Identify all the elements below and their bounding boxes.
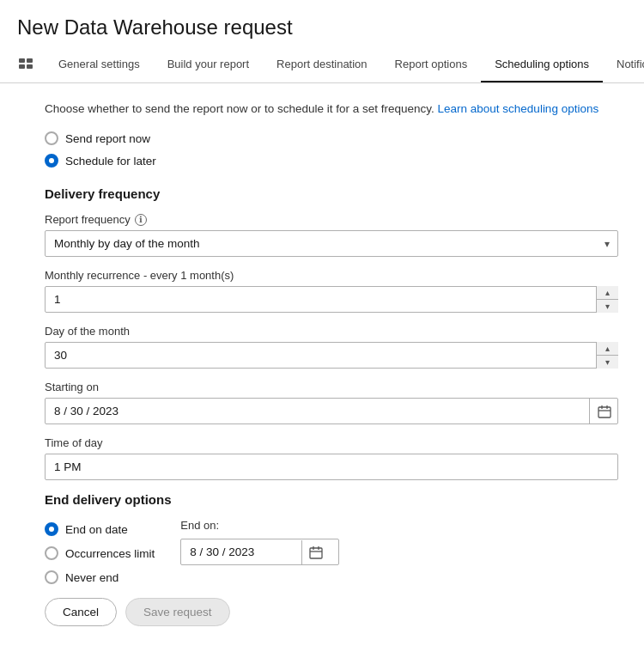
tab-notification-email[interactable]: Notification email (603, 48, 644, 82)
end-calendar-icon (309, 545, 323, 559)
never-end-label: Never end (65, 571, 118, 584)
monthly-recurrence-down-btn[interactable]: ▾ (597, 300, 618, 313)
end-on-date-label: End on date (65, 523, 128, 536)
monthly-recurrence-spinner: 1 ▴ ▾ (45, 286, 618, 313)
starting-on-calendar-btn[interactable] (589, 398, 618, 424)
svg-rect-3 (27, 64, 33, 69)
occurrences-limit-radio[interactable]: Occurrences limit (45, 546, 155, 560)
tab-report-options[interactable]: Report options (381, 48, 482, 82)
send-now-label: Send report now (65, 132, 150, 145)
day-of-month-input[interactable]: 30 (45, 342, 618, 369)
tab-scheduling-options[interactable]: Scheduling options (481, 48, 603, 82)
schedule-later-label: Schedule for later (65, 155, 156, 168)
time-of-day-input[interactable] (45, 454, 618, 480)
tab-build-report[interactable]: Build your report (154, 48, 263, 82)
report-frequency-field: Report frequency ℹ Monthly by day of the… (45, 213, 618, 257)
monthly-recurrence-field: Monthly recurrence - every 1 month(s) 1 … (45, 269, 618, 313)
starting-on-input[interactable] (45, 398, 618, 424)
never-end-circle (45, 570, 58, 584)
time-of-day-field: Time of day (45, 436, 618, 480)
svg-rect-8 (310, 548, 322, 558)
report-frequency-label: Report frequency ℹ (45, 213, 618, 226)
starting-on-field: Starting on (45, 381, 618, 424)
day-of-month-field: Day of the month 30 ▴ ▾ (45, 325, 618, 369)
day-of-month-spinner: 30 ▴ ▾ (45, 342, 618, 369)
end-radio-group: End on date Occurrences limit Never end (45, 519, 155, 584)
day-of-month-spinner-buttons: ▴ ▾ (596, 342, 618, 369)
send-options-group: Send report now Schedule for later (45, 131, 618, 168)
svg-rect-2 (19, 64, 25, 69)
frequency-select-wrapper: Monthly by day of the month Once Daily W… (45, 230, 618, 257)
end-delivery-title: End delivery options (45, 492, 618, 507)
end-date-wrapper (180, 539, 339, 565)
starting-on-date-wrapper (45, 398, 618, 424)
end-calendar-btn[interactable] (301, 540, 330, 564)
end-on-date-circle (45, 522, 58, 536)
content-area: Choose whether to send the report now or… (0, 83, 644, 643)
frequency-select[interactable]: Monthly by day of the month Once Daily W… (45, 230, 618, 257)
delivery-frequency-title: Delivery frequency (45, 186, 618, 201)
time-of-day-label: Time of day (45, 436, 618, 449)
monthly-recurrence-input[interactable]: 1 (45, 286, 618, 313)
end-delivery-grid: End on date Occurrences limit Never end … (45, 519, 618, 584)
schedule-later-radio-circle (45, 154, 58, 168)
report-frequency-info-icon[interactable]: ℹ (135, 214, 147, 226)
svg-rect-4 (598, 407, 611, 417)
tabs-nav: General settings Build your report Repor… (0, 48, 644, 83)
end-date-panel: End on: (180, 519, 339, 565)
end-date-input[interactable] (181, 539, 301, 564)
monthly-recurrence-spinner-buttons: ▴ ▾ (596, 286, 618, 313)
day-of-month-up-btn[interactable]: ▴ (597, 342, 618, 356)
occurrences-limit-circle (45, 546, 58, 560)
monthly-recurrence-up-btn[interactable]: ▴ (597, 286, 618, 300)
page-title: New Data Warehouse request (17, 15, 627, 40)
scheduling-learn-link[interactable]: Learn about scheduling options (438, 102, 599, 115)
schedule-later-radio[interactable]: Schedule for later (45, 154, 618, 168)
send-now-radio[interactable]: Send report now (45, 131, 618, 145)
end-delivery-section: End delivery options End on date Occurre… (45, 492, 618, 584)
cancel-button[interactable]: Cancel (45, 598, 117, 626)
save-button[interactable]: Save request (125, 598, 230, 626)
end-on-label: End on: (180, 519, 339, 532)
starting-on-label: Starting on (45, 381, 618, 393)
svg-rect-0 (19, 58, 25, 63)
never-end-radio[interactable]: Never end (45, 570, 155, 584)
delivery-frequency-section: Delivery frequency Report frequency ℹ Mo… (45, 186, 618, 480)
send-now-radio-circle (45, 131, 58, 145)
occurrences-limit-label: Occurrences limit (65, 547, 155, 560)
description-text: Choose whether to send the report now or… (45, 101, 618, 118)
day-of-month-down-btn[interactable]: ▾ (597, 356, 618, 369)
monthly-recurrence-label: Monthly recurrence - every 1 month(s) (45, 269, 618, 282)
footer-actions: Cancel Save request (45, 584, 618, 626)
day-of-month-label: Day of the month (45, 325, 618, 338)
svg-rect-1 (27, 58, 33, 63)
tab-general-settings[interactable]: General settings (45, 48, 154, 82)
calendar-icon (598, 405, 611, 418)
page-header: New Data Warehouse request (0, 0, 644, 48)
grid-icon (17, 48, 45, 82)
end-on-date-radio[interactable]: End on date (45, 522, 155, 536)
tab-report-destination[interactable]: Report destination (263, 48, 381, 82)
